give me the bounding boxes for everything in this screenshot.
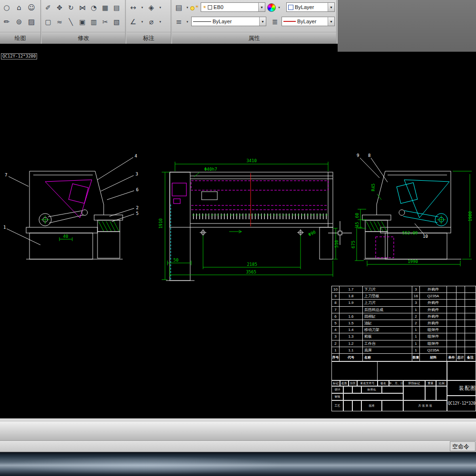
region-icon[interactable]: ▨ — [26, 16, 37, 28]
color-wheel-icon[interactable] — [267, 3, 276, 12]
tb-field: 年、月、日 — [389, 380, 403, 386]
offset-icon[interactable]: ▤ — [111, 1, 122, 14]
svg-text:9: 9 — [357, 153, 359, 158]
bom-cell — [465, 307, 476, 313]
chevron-down-icon[interactable]: ▼ — [328, 3, 334, 11]
bom-cell: 4 — [332, 327, 340, 333]
color-combo[interactable]: ByLayer ▼ — [286, 2, 335, 12]
svg-text:2185: 2185 — [247, 262, 257, 267]
layer-manager-icon[interactable]: ▤ — [173, 1, 185, 14]
bom-row: 21.2工作台1组焊件 — [332, 340, 476, 347]
tb-field: 设计 — [331, 386, 343, 393]
mirror-icon[interactable]: ⋈ — [77, 1, 87, 14]
svg-text:5: 5 — [136, 211, 138, 216]
linetype-combo[interactable]: ByLayer ▼ — [191, 17, 266, 26]
panel-label-properties: 属性 — [172, 32, 336, 44]
svg-text:7: 7 — [5, 173, 7, 177]
trim-icon[interactable]: ◔ — [88, 1, 99, 14]
layer-thaw-icon[interactable]: ☀ — [195, 4, 199, 9]
block-icon[interactable]: ☺ — [26, 1, 37, 14]
hatch-icon[interactable]: ▧ — [111, 16, 122, 28]
bom-cell: 1.9 — [340, 300, 363, 306]
bom-cell — [457, 307, 465, 313]
bom-cell — [457, 333, 465, 340]
title-block: 标记 处数 分区 更改文件号 签名 年、月、日 设计 标准化 审核 工艺 批准 … — [331, 361, 476, 411]
erase-icon[interactable]: ✐ — [43, 1, 53, 14]
drawing-canvas[interactable]: 40 7 1 4 3 6 2 5 — [0, 44, 476, 418]
bom-cell: 回程缸 — [363, 313, 412, 320]
svg-text:675: 675 — [351, 241, 356, 248]
select-icon[interactable]: ▢ — [43, 16, 53, 28]
svg-text:8: 8 — [368, 153, 370, 158]
dropdown-arrow-icon[interactable]: ▾ — [185, 20, 190, 24]
bom-row: 41.4移动刀架1组焊件 — [332, 327, 476, 333]
bom-cell — [457, 293, 465, 299]
copy-icon[interactable]: ▣ — [77, 16, 87, 28]
svg-text:3410: 3410 — [246, 158, 257, 163]
bom-cell: 外购件 — [420, 286, 447, 292]
svg-text:1: 1 — [3, 225, 6, 230]
layer-combo-value: EB0 — [214, 4, 223, 10]
layer-combo[interactable]: ☀ EB0 ▼ — [201, 2, 265, 12]
paste-icon[interactable]: ▥ — [88, 16, 99, 28]
command-window[interactable] — [0, 422, 476, 440]
bom-cell: 3 — [412, 286, 420, 292]
bom-cell: 1.4 — [340, 327, 363, 333]
dropdown-arrow-icon[interactable]: ▾ — [140, 20, 145, 24]
dimension-style-icon[interactable]: ◈ — [146, 1, 157, 14]
spline-edit-icon[interactable]: ≈ — [54, 16, 65, 28]
bom-cell: 1 — [412, 307, 420, 313]
ellipse-icon[interactable]: ○ — [1, 1, 12, 14]
svg-text:552.09: 552.09 — [402, 231, 418, 235]
dropdown-arrow-icon[interactable]: ▾ — [277, 6, 282, 10]
bom-cell: 前板 — [363, 333, 412, 340]
horizontal-scrollbar[interactable] — [0, 418, 476, 422]
cut-icon[interactable]: ✂ — [100, 16, 110, 28]
chevron-down-icon[interactable]: ▼ — [258, 3, 265, 11]
svg-text:1900: 1900 — [468, 211, 473, 222]
left-side-view[interactable]: 40 — [26, 171, 123, 259]
bom-cell: 外购件 — [420, 313, 447, 320]
right-side-view[interactable] — [362, 171, 461, 259]
bom-header-row: 序号代号名称数量材料单件总计备注 — [332, 354, 476, 361]
tb-field: 工艺 — [331, 400, 343, 411]
bom-cell — [465, 293, 476, 299]
array-icon[interactable]: ▦ — [100, 1, 110, 14]
node-icon[interactable]: ⊚ — [13, 16, 25, 28]
bom-cell — [457, 286, 465, 292]
lineweight-combo[interactable]: ByLayer ▼ — [282, 17, 335, 26]
dropdown-arrow-icon[interactable]: ▾ — [140, 6, 145, 10]
dropdown-arrow-icon[interactable]: ▾ — [158, 20, 163, 24]
diameter-dimension-icon[interactable]: ⌀ — [146, 16, 157, 28]
lineweight-icon[interactable]: ≣ — [269, 16, 281, 28]
move-icon[interactable]: ✥ — [54, 1, 65, 14]
pen-icon[interactable]: ✏ — [1, 16, 12, 28]
break-icon[interactable]: ╲ — [66, 16, 76, 28]
svg-text:1910: 1910 — [158, 218, 163, 229]
bom-cell — [465, 327, 476, 333]
chevron-down-icon[interactable]: ▼ — [259, 17, 266, 26]
bom-cell: 5 — [332, 320, 340, 326]
bom-header-cell: 备注 — [465, 354, 476, 361]
rotate-icon[interactable]: ↻ — [66, 1, 76, 14]
polygon-icon[interactable]: ⌂ — [13, 1, 25, 14]
bom-cell: 上刀片 — [363, 300, 412, 306]
bom-cell: 1 — [412, 340, 420, 347]
chevron-down-icon[interactable]: ▼ — [328, 17, 334, 26]
svg-text:3: 3 — [136, 172, 138, 176]
linear-dimension-icon[interactable]: ↔ — [127, 1, 139, 14]
svg-text:2: 2 — [136, 205, 138, 210]
bom-cell — [465, 286, 476, 292]
bom-header-cell: 代号 — [340, 354, 363, 361]
bom-cell: 2 — [412, 320, 420, 326]
color-swatch — [288, 5, 293, 10]
bom-cell — [447, 300, 457, 306]
dropdown-arrow-icon[interactable]: ▾ — [158, 6, 163, 10]
linetype-manager-icon[interactable]: ≡ — [173, 16, 185, 28]
angular-dimension-icon[interactable]: ∠ — [127, 16, 139, 28]
bom-cell: 1.1 — [340, 347, 363, 353]
dropdown-arrow-icon[interactable]: ▾ — [185, 6, 190, 10]
bom-cell: 2 — [412, 313, 420, 320]
layer-on-icon[interactable] — [190, 6, 194, 10]
bom-header-cell: 数量 — [412, 354, 420, 361]
